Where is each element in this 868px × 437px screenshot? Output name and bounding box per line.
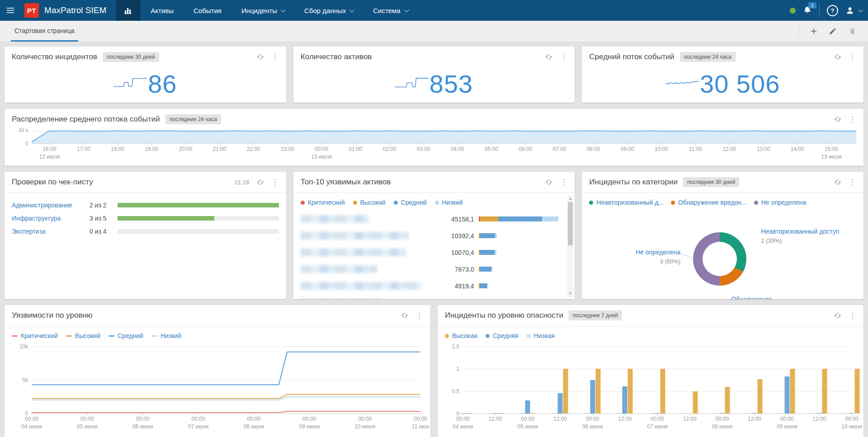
top10-row[interactable]: 10392,4: [301, 227, 561, 244]
legend-item[interactable]: Высокий: [66, 332, 100, 339]
bar-group[interactable]: [552, 369, 568, 414]
delete-dashboard-button[interactable]: [849, 27, 856, 35]
refresh-button[interactable]: [401, 312, 408, 319]
bar-group[interactable]: [779, 369, 795, 414]
top10-row[interactable]: 4919,4: [301, 277, 561, 294]
top10-row[interactable]: 45158,1: [301, 211, 561, 227]
legend-item[interactable]: Высокая: [445, 332, 477, 339]
x-tick-label: 00:00: [247, 416, 260, 422]
legend-item[interactable]: Высокий: [353, 199, 386, 206]
refresh-button[interactable]: [545, 179, 552, 186]
scroll-down-arrow[interactable]: ▼: [567, 291, 573, 296]
bar-group[interactable]: [617, 369, 633, 414]
legend-item[interactable]: Средний: [394, 199, 427, 206]
refresh-icon: [545, 179, 552, 186]
bar-group[interactable]: [650, 369, 665, 414]
axis-tick: [695, 143, 696, 146]
legend-item[interactable]: Критический: [12, 332, 58, 339]
help-button[interactable]: ?: [827, 5, 838, 16]
legend-item[interactable]: Средняя: [486, 332, 518, 339]
health-status-indicator[interactable]: [790, 8, 796, 14]
axis-tick: [729, 143, 730, 146]
kebab-menu-button[interactable]: ⋮: [271, 179, 279, 186]
period-badge: последние 30 дней: [683, 177, 740, 187]
legend-marker: [435, 201, 439, 205]
x-date-label: 04 июня: [21, 423, 42, 430]
kebab-menu-button[interactable]: ⋮: [849, 179, 856, 186]
checklist-link[interactable]: Администрирование: [12, 202, 90, 209]
bar-group[interactable]: [520, 400, 536, 414]
axis-tick: [143, 413, 143, 415]
donut-chart[interactable]: [693, 232, 746, 286]
divider: [819, 5, 820, 16]
line-chart[interactable]: 10k5k0: [32, 347, 420, 414]
card-title: Инциденты по категории: [589, 178, 677, 187]
legend-item[interactable]: Низкий: [151, 332, 181, 339]
top10-row[interactable]: 10070,4: [301, 244, 561, 261]
refresh-button[interactable]: [834, 312, 841, 319]
area-chart[interactable]: [32, 130, 856, 144]
top10-row[interactable]: 7873,0: [301, 261, 561, 277]
add-dashboard-button[interactable]: +: [811, 26, 817, 37]
scrollbar-thumb[interactable]: [568, 202, 573, 245]
bar-group[interactable]: [714, 387, 730, 414]
refresh-button[interactable]: [834, 179, 841, 186]
legend-item[interactable]: Низкий: [435, 199, 463, 206]
x-date-label: 07 июня: [188, 423, 209, 430]
scroll-up-arrow[interactable]: ▲: [567, 197, 573, 201]
kebab-menu-button[interactable]: ⋮: [560, 179, 567, 186]
refresh-button[interactable]: [257, 53, 264, 61]
notifications-button[interactable]: 1: [803, 6, 812, 15]
x-date-label: 08 июня: [244, 423, 264, 430]
user-menu-button[interactable]: [845, 6, 862, 15]
legend-item[interactable]: Обнаружение вредон...: [671, 199, 747, 206]
checklist-link[interactable]: Экспертиза: [12, 228, 90, 235]
hamburger-menu-button[interactable]: [0, 0, 21, 21]
edit-dashboard-button[interactable]: [829, 27, 837, 35]
progress-fill: [118, 203, 279, 207]
pt-logo[interactable]: PT: [24, 3, 39, 18]
checklist-link[interactable]: Инфраструктура: [12, 215, 90, 222]
card-title: Средний поток событий: [589, 52, 674, 61]
kpi-value: 86: [148, 71, 177, 97]
nav-item-system[interactable]: Система: [363, 0, 417, 21]
nav-dashboards-tab[interactable]: [116, 0, 141, 21]
axis-tick: [365, 413, 365, 415]
refresh-button[interactable]: [834, 116, 841, 123]
kebab-menu-button[interactable]: ⋮: [849, 312, 856, 320]
axis-tick: [424, 143, 424, 146]
top10-row[interactable]: 704,8: [301, 294, 561, 299]
kebab-menu-button[interactable]: ⋮: [849, 116, 856, 123]
legend-item[interactable]: Не определена: [754, 199, 806, 206]
legend-item[interactable]: Критический: [301, 199, 345, 206]
bar-group[interactable]: [811, 369, 827, 414]
tab-start-page[interactable]: Стартовая страница: [11, 21, 78, 42]
kebab-menu-button[interactable]: ⋮: [415, 312, 423, 320]
legend-item[interactable]: Неавторизованный д...: [589, 199, 664, 206]
bar-chart[interactable]: 00.511.5: [463, 347, 852, 414]
scrollbar[interactable]: ▲ ▼: [567, 195, 573, 297]
x-tick-label: 08:00: [587, 146, 600, 152]
kebab-menu-button[interactable]: ⋮: [560, 53, 567, 61]
bar-group[interactable]: [682, 391, 698, 414]
nav-item-data-collection[interactable]: Сбор данных: [294, 0, 363, 21]
bar-group[interactable]: [585, 369, 600, 414]
refresh-button[interactable]: [834, 53, 841, 61]
kebab-menu-button[interactable]: ⋮: [271, 53, 279, 61]
nav-item-incidents[interactable]: Инциденты: [231, 0, 294, 21]
legend-item[interactable]: Низкая: [527, 332, 555, 339]
refresh-button[interactable]: [257, 179, 264, 186]
legend-marker: [66, 335, 72, 337]
bar-group[interactable]: [747, 379, 763, 414]
vulnerability-score: 10392,4: [433, 232, 479, 240]
chevron-down-icon: [858, 7, 863, 12]
x-tick-label: 12:00: [748, 416, 761, 422]
legend-item[interactable]: Средний: [108, 332, 143, 339]
nav-item-assets[interactable]: Активы: [141, 0, 184, 21]
kebab-menu-button[interactable]: ⋮: [849, 53, 856, 61]
nav-item-events[interactable]: События: [184, 0, 231, 21]
refresh-button[interactable]: [545, 53, 552, 61]
vulnerability-score: 10070,4: [433, 249, 479, 256]
x-tick-label: 00:00: [586, 416, 599, 422]
bar-group[interactable]: [844, 369, 860, 414]
